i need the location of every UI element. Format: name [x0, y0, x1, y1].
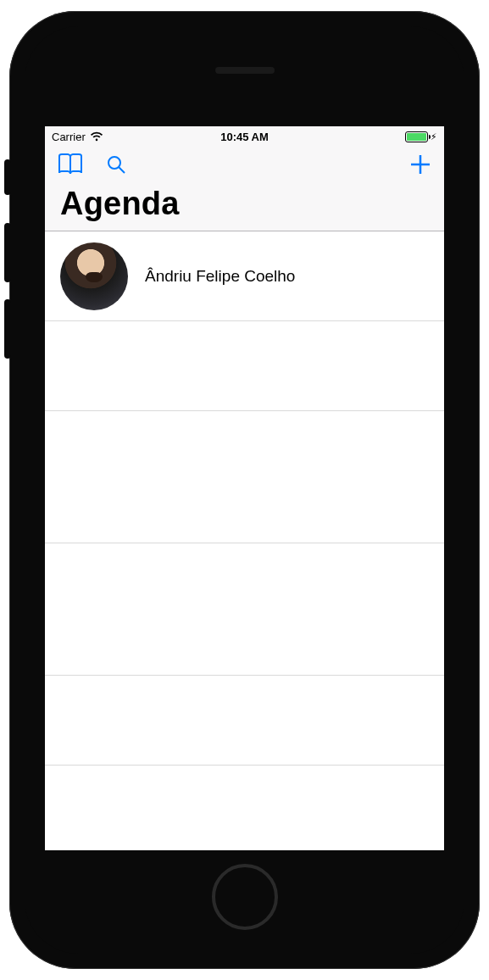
contacts-list[interactable]: Ândriu Felipe Coelho	[45, 231, 444, 850]
nav-title-row: Agenda	[45, 186, 444, 231]
mute-switch	[4, 159, 11, 195]
table-row[interactable]	[45, 411, 444, 543]
carrier-label: Carrier	[52, 131, 86, 143]
status-right: ⚡︎	[405, 131, 437, 142]
page-title: Agenda	[60, 186, 429, 222]
table-row[interactable]	[45, 321, 444, 411]
device-frame: Carrier 10:45 AM ⚡︎	[9, 11, 480, 969]
clock-label: 10:45 AM	[220, 131, 269, 143]
status-bar: Carrier 10:45 AM ⚡︎	[45, 126, 444, 147]
contact-row[interactable]: Ândriu Felipe Coelho	[45, 231, 444, 321]
table-row[interactable]	[45, 676, 444, 766]
book-icon	[57, 153, 84, 180]
home-button[interactable]	[212, 864, 278, 930]
device-inner: Carrier 10:45 AM ⚡︎	[25, 26, 464, 954]
earpiece-speaker	[215, 67, 275, 74]
charging-icon: ⚡︎	[431, 131, 437, 142]
navigation-bar: Agenda	[45, 147, 444, 231]
table-row[interactable]	[45, 766, 444, 850]
add-button[interactable]	[408, 153, 432, 180]
volume-down-button	[4, 299, 11, 359]
battery-icon	[405, 131, 428, 142]
battery-fill	[407, 133, 426, 141]
plus-icon	[408, 153, 432, 180]
svg-line-1	[119, 167, 125, 173]
nav-top-row	[45, 147, 444, 186]
search-button[interactable]	[106, 154, 126, 178]
svg-point-0	[108, 157, 120, 169]
wifi-icon	[90, 131, 103, 142]
volume-up-button	[4, 223, 11, 282]
bookmarks-button[interactable]	[57, 153, 84, 180]
nav-left-group	[57, 153, 126, 180]
contact-name: Ândriu Felipe Coelho	[145, 267, 295, 286]
table-row[interactable]	[45, 543, 444, 676]
search-icon	[106, 154, 126, 178]
status-left: Carrier	[52, 131, 103, 143]
avatar	[60, 242, 128, 310]
screen: Carrier 10:45 AM ⚡︎	[45, 126, 444, 850]
